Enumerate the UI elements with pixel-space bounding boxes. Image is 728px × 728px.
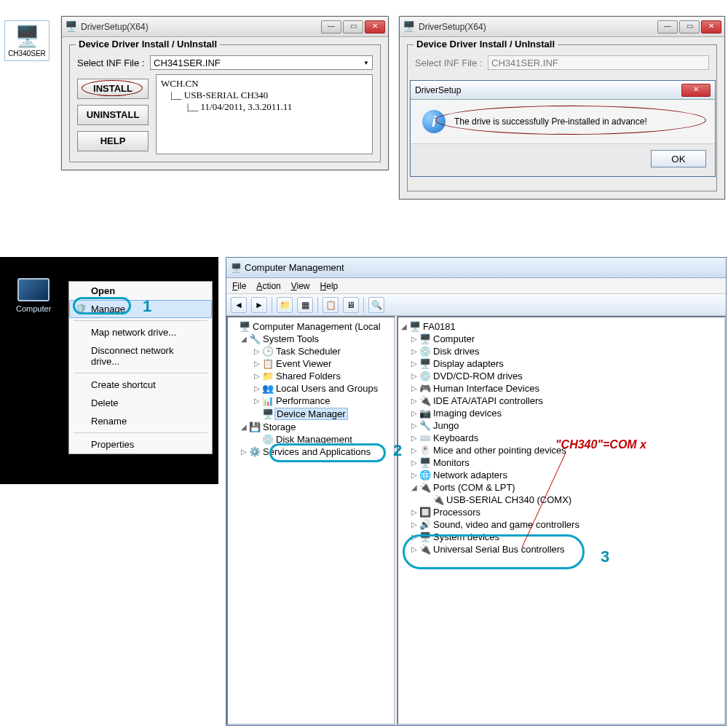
inf-file-select[interactable]: CH341SER.INF — [488, 55, 709, 70]
titlebar[interactable]: 🖥️ DriverSetup(X64) — ▭ ✕ — [400, 17, 724, 37]
tree-task-scheduler[interactable]: ▷🕒Task Scheduler — [229, 345, 392, 357]
select-inf-label: Select INF File : — [415, 58, 488, 68]
select-inf-label: Select INF File : — [77, 58, 150, 68]
dialog-titlebar[interactable]: DriverSetup ✕ — [411, 81, 715, 100]
help-button[interactable]: HELP — [77, 131, 149, 151]
group-title: Device Driver Install / UnInstall — [76, 39, 220, 50]
up-button[interactable]: 📁 — [277, 297, 293, 313]
forward-button[interactable]: ► — [251, 297, 267, 313]
close-button[interactable]: ✕ — [701, 20, 721, 33]
tree-services[interactable]: ▷⚙️Services and Applications — [229, 446, 392, 458]
shortcut-label: CH340SER — [7, 50, 47, 58]
menu-create-shortcut[interactable]: Create shortcut — [69, 376, 212, 394]
device-jungo[interactable]: ▷🔧Jungo — [400, 419, 723, 432]
maximize-button[interactable]: ▭ — [679, 20, 700, 33]
inf-file-value: CH341SER.INF — [154, 58, 221, 68]
tree-event-viewer[interactable]: ▷📋Event Viewer — [229, 357, 392, 370]
cm-icon: 🖥️ — [231, 263, 242, 273]
menu-properties[interactable]: Properties — [69, 435, 212, 454]
step1-number: 1 — [143, 297, 151, 316]
maximize-button[interactable]: ▭ — [343, 20, 363, 33]
chevron-down-icon: ▼ — [363, 60, 369, 66]
device-system[interactable]: ▷🖥️System devices — [400, 531, 723, 543]
minimize-button[interactable]: — — [657, 20, 678, 33]
device-computer[interactable]: ▷🖥️Computer — [400, 333, 723, 345]
uninstall-button[interactable]: UNINSTALL — [77, 105, 149, 125]
menu-action[interactable]: Action — [256, 281, 280, 291]
cm-title: Computer Management — [245, 262, 721, 273]
tree-performance[interactable]: ▷📊Performance — [229, 395, 392, 407]
tree-disk-management[interactable]: 💿Disk Management — [229, 433, 392, 446]
menu-map-drive[interactable]: Map network drive... — [69, 323, 212, 341]
menu-separator — [74, 432, 207, 433]
device-imaging[interactable]: ▷📷Imaging devices — [400, 407, 723, 419]
menu-separator — [74, 320, 207, 321]
menu-delete[interactable]: Delete — [69, 394, 212, 412]
shield-icon: 🛡️ — [76, 304, 87, 314]
menu-file[interactable]: File — [232, 281, 246, 291]
computer-label: Computer — [16, 304, 51, 313]
show-hide-button[interactable]: ▦ — [297, 297, 313, 313]
menu-manage[interactable]: 🛡️ Manage — [69, 300, 212, 318]
device-hid[interactable]: ▷🎮Human Interface Devices — [400, 382, 723, 395]
left-tree-panel: 🖥️Computer Management (Local ◢🔧System To… — [226, 316, 395, 725]
minimize-button[interactable]: — — [321, 20, 341, 33]
app-icon: 🖥️ — [403, 20, 416, 33]
device-monitors[interactable]: ▷🖥️Monitors — [400, 456, 723, 469]
window-title: DriverSetup(X64) — [81, 22, 321, 32]
tree-system-tools[interactable]: ◢🔧System Tools — [229, 333, 392, 345]
help-button[interactable]: 🔍 — [368, 297, 384, 313]
app-icon: 🖥️ — [65, 20, 78, 33]
device-ports[interactable]: ◢🔌Ports (COM & LPT) — [400, 481, 723, 494]
device-display-adapters[interactable]: ▷🖥️Display adapters — [400, 357, 723, 370]
desktop-shortcut[interactable]: 🖥️ CH340SER — [4, 20, 50, 61]
ok-button[interactable]: OK — [651, 150, 706, 167]
tree-storage[interactable]: ◢💾Storage — [229, 421, 392, 433]
dialog-title: DriverSetup — [415, 85, 681, 95]
menu-open[interactable]: Open — [69, 282, 212, 300]
properties-button[interactable]: 📋 — [323, 297, 339, 313]
device-root[interactable]: ◢🖥️FA0181 — [400, 320, 723, 333]
installer-icon: 🖥️ — [7, 24, 47, 48]
cm-menubar: File Action View Help — [226, 278, 726, 294]
device-ch340[interactable]: 🔌USB-SERIAL CH340 (COMX) — [400, 494, 723, 506]
close-button[interactable]: ✕ — [365, 20, 385, 33]
driver-setup-window-1: 🖥️ DriverSetup(X64) — ▭ ✕ Device Driver … — [61, 16, 389, 170]
menu-help[interactable]: Help — [320, 281, 339, 291]
device-dvd[interactable]: ▷💿DVD/CD-ROM drives — [400, 370, 723, 382]
monitor-icon — [17, 278, 50, 301]
group-title: Device Driver Install / UnInstall — [414, 39, 558, 50]
install-button[interactable]: INSTALL — [77, 79, 149, 99]
computer-desktop-icon[interactable]: Computer — [16, 278, 51, 313]
device-network[interactable]: ▷🌐Network adapters — [400, 469, 723, 481]
ch340-annotation: "CH340"=COM x — [555, 438, 646, 451]
close-button[interactable]: ✕ — [681, 84, 711, 97]
tree-local-users[interactable]: ▷👥Local Users and Groups — [229, 382, 392, 395]
install-groupbox: Device Driver Install / UnInstall Select… — [69, 44, 381, 162]
tree-root[interactable]: 🖥️Computer Management (Local — [229, 320, 392, 333]
cm-titlebar[interactable]: 🖥️ Computer Management — [226, 258, 726, 278]
success-dialog: DriverSetup ✕ i The drive is successfull… — [410, 80, 716, 177]
right-tree-panel: ◢🖥️FA0181 ▷🖥️Computer ▷💿Disk drives ▷🖥️D… — [397, 316, 726, 725]
refresh-button[interactable]: 🖥 — [343, 297, 359, 313]
tree-shared-folders[interactable]: ▷📁Shared Folders — [229, 370, 392, 382]
menu-rename[interactable]: Rename — [69, 412, 212, 430]
step2-number: 2 — [393, 441, 402, 460]
window-title: DriverSetup(X64) — [419, 22, 657, 32]
info-icon: i — [422, 110, 446, 133]
driver-info-box: WCH.CN |__ USB-SERIAL CH340 |__ 11/04/20… — [156, 74, 373, 154]
tree-device-manager[interactable]: 🖥️Device Manager — [229, 407, 392, 421]
titlebar[interactable]: 🖥️ DriverSetup(X64) — ▭ ✕ — [62, 17, 388, 37]
device-ide[interactable]: ▷🔌IDE ATA/ATAPI controllers — [400, 395, 723, 407]
device-processors[interactable]: ▷🔲Processors — [400, 506, 723, 518]
context-menu: Open 🛡️ Manage Map network drive... Disc… — [68, 281, 213, 454]
menu-view[interactable]: View — [291, 281, 310, 291]
device-usb[interactable]: ▷🔌Universal Serial Bus controllers — [400, 543, 723, 555]
menu-disconnect-drive[interactable]: Disconnect network drive... — [69, 341, 212, 371]
inf-file-select[interactable]: CH341SER.INF ▼ — [150, 55, 373, 70]
menu-separator — [74, 373, 207, 373]
device-sound[interactable]: ▷🔊Sound, video and game controllers — [400, 518, 723, 531]
device-disk-drives[interactable]: ▷💿Disk drives — [400, 345, 723, 357]
dialog-message: The drive is successfully Pre-installed … — [454, 116, 647, 127]
back-button[interactable]: ◄ — [231, 297, 247, 313]
